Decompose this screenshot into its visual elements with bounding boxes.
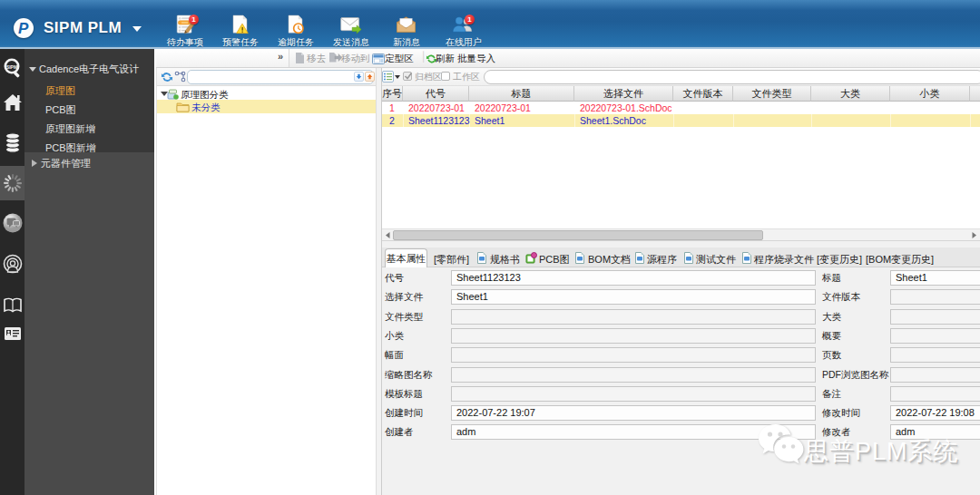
- svg-text:SIPM: SIPM: [6, 64, 17, 70]
